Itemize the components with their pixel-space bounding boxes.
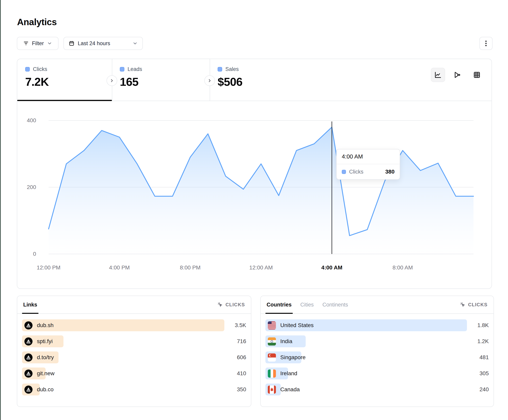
line-chart-icon <box>434 71 442 79</box>
row-track: Singapore <box>265 351 467 363</box>
link-row[interactable]: git.new410 <box>22 368 246 379</box>
row-label: dub.sh <box>37 322 53 328</box>
stats-row: Clicks 7.2K Leads 165 Sales $506 <box>17 59 492 101</box>
link-row[interactable]: spti.fyi716 <box>22 335 246 347</box>
more-options-button[interactable] <box>479 37 493 50</box>
row-value: 350 <box>224 386 246 393</box>
y-axis-tick: 0 <box>33 251 36 257</box>
stat-value: $506 <box>218 75 329 88</box>
page-edge-accent <box>0 0 1 420</box>
stat-value: 165 <box>120 75 210 88</box>
x-axis-tick: 4:00 PM <box>109 264 130 271</box>
x-axis-tick: 4:00 AM <box>321 264 342 271</box>
clicks-legend-swatch <box>25 67 30 72</box>
line-chart-view-button[interactable] <box>431 68 445 82</box>
row-value: 410 <box>224 370 246 377</box>
row-track: Ireland <box>265 368 467 379</box>
row-track: git.new <box>22 368 224 379</box>
row-label: d.to/try <box>37 354 54 361</box>
row-label: India <box>280 338 292 345</box>
country-row[interactable]: Canada240 <box>265 384 489 395</box>
link-row[interactable]: d.to/try606 <box>22 351 246 363</box>
link-row[interactable]: dub.sh3.5K <box>22 319 246 331</box>
chevron-down-icon <box>133 41 138 46</box>
filter-button-label: Filter <box>32 40 44 47</box>
country-row[interactable]: Ireland305 <box>265 368 489 379</box>
row-value: 716 <box>224 338 246 345</box>
area-fill <box>49 127 473 254</box>
dub-logo-icon <box>24 369 32 378</box>
row-value: 1.8K <box>467 322 489 328</box>
country-row[interactable]: United States1.8K <box>265 319 489 331</box>
geo-panel: CountriesCitiesContinents CLICKS United … <box>260 296 494 407</box>
country-row[interactable]: India1.2K <box>265 335 489 347</box>
x-axis-tick: 12:00 AM <box>249 264 273 271</box>
stat-value: 7.2K <box>25 75 112 88</box>
expand-clicks-button[interactable] <box>106 75 117 86</box>
country-row[interactable]: Singapore481 <box>265 351 489 363</box>
tooltip-legend-swatch <box>342 170 346 174</box>
tab-cities[interactable]: Cities <box>300 296 314 313</box>
funnel-view-button[interactable] <box>450 68 464 82</box>
tab-continents[interactable]: Continents <box>322 296 348 313</box>
geo-metric-selector[interactable]: CLICKS <box>460 302 488 308</box>
x-axis-tick: 12:00 PM <box>37 264 60 271</box>
area-chart: 02004004:00 PM8:00 PM12:00 AM4:00 AM8:00… <box>17 101 492 289</box>
table-grid-icon <box>473 71 481 79</box>
row-value: 1.2K <box>467 338 489 345</box>
row-track: spti.fyi <box>22 335 224 347</box>
dub-logo-icon <box>24 385 32 394</box>
metric-label: CLICKS <box>225 302 245 307</box>
expand-leads-button[interactable] <box>204 75 215 86</box>
row-track: India <box>265 335 467 347</box>
row-content: dub.co <box>24 384 53 395</box>
links-metric-selector[interactable]: CLICKS <box>217 302 245 308</box>
filter-button[interactable]: Filter <box>17 37 59 50</box>
calendar-icon <box>69 40 75 46</box>
row-content: git.new <box>24 368 54 379</box>
row-content: Ireland <box>268 368 297 379</box>
stat-tab-leads[interactable]: Leads 165 <box>112 59 210 101</box>
table-view-button[interactable] <box>470 68 484 82</box>
links-list: dub.sh3.5Kspti.fyi716d.to/try606git.new4… <box>22 319 246 400</box>
tab-links[interactable]: Links <box>23 296 37 313</box>
dub-logo-icon <box>24 337 32 346</box>
row-value: 305 <box>467 370 489 377</box>
link-row[interactable]: dub.co350 <box>22 384 246 395</box>
row-value: 240 <box>467 386 489 393</box>
tab-countries[interactable]: Countries <box>267 296 291 313</box>
x-axis-tick: 8:00 AM <box>393 264 413 271</box>
row-content: India <box>268 335 292 347</box>
ca-flag-icon <box>268 385 276 394</box>
stat-tab-sales[interactable]: Sales $506 <box>210 59 329 101</box>
row-content: d.to/try <box>24 351 54 363</box>
row-track: Canada <box>265 384 467 395</box>
clicks-time-series-chart[interactable]: 02004004:00 PM8:00 PM12:00 AM4:00 AM8:00… <box>17 101 492 289</box>
ie-flag-icon <box>268 369 276 378</box>
analytics-card: Clicks 7.2K Leads 165 Sales $506 <box>17 59 492 289</box>
row-label: United States <box>280 322 314 328</box>
stat-label: Clicks <box>33 66 47 72</box>
leads-legend-swatch <box>120 67 124 72</box>
dub-logo-icon <box>24 354 32 362</box>
page-title: Analytics <box>17 17 57 27</box>
row-label: Singapore <box>280 354 306 361</box>
date-range-button[interactable]: Last 24 hours <box>63 37 143 50</box>
countries-list: United States1.8KIndia1.2KSingapore481Ir… <box>265 319 489 400</box>
x-axis-tick: 8:00 PM <box>180 264 201 271</box>
chevron-right-icon <box>207 78 212 83</box>
row-value: 3.5K <box>224 322 246 328</box>
row-content: spti.fyi <box>24 335 52 347</box>
row-label: dub.co <box>37 386 53 393</box>
date-range-label: Last 24 hours <box>78 40 110 47</box>
row-track: United States <box>265 319 467 331</box>
stat-tab-clicks[interactable]: Clicks 7.2K <box>17 59 112 101</box>
stat-label: Leads <box>127 66 142 72</box>
kebab-menu-icon <box>483 40 489 47</box>
cursor-click-icon <box>460 302 466 308</box>
chart-tooltip: 4:00 AM Clicks 380 <box>336 149 400 180</box>
tooltip-value: 380 <box>385 169 395 175</box>
links-panel-header: Links CLICKS <box>17 296 251 314</box>
stat-label: Sales <box>225 66 239 72</box>
tooltip-series-label: Clicks <box>349 169 363 175</box>
